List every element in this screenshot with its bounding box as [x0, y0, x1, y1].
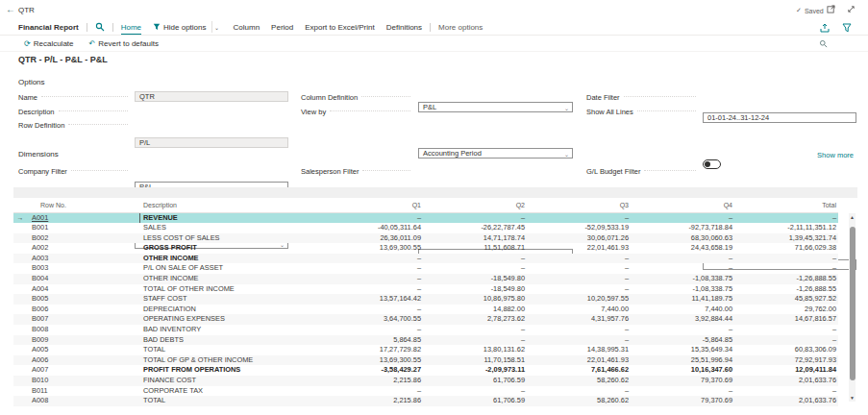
value-cell-total[interactable]: 14,67,816.57 — [734, 314, 838, 325]
table-row[interactable]: B003P/L ON SALE OF ASSET––––– — [13, 263, 838, 274]
menu-item-column[interactable]: Column — [234, 23, 260, 32]
value-cell-total[interactable]: 45,85,927.52 — [734, 294, 838, 305]
value-cell-q4[interactable]: -5,864.85 — [631, 335, 734, 346]
col-header-q3[interactable]: Q3 — [527, 198, 631, 212]
value-cell-total[interactable]: 12,09,411.84 — [734, 365, 838, 376]
value-cell-q1[interactable]: 5,864.85 — [340, 335, 423, 346]
value-cell-q3[interactable]: 4,31,957.76 — [527, 314, 631, 325]
value-cell-total[interactable]: 71,66,029.38 — [734, 243, 838, 254]
col-header-row-no[interactable]: Row No. — [27, 198, 139, 212]
table-row[interactable]: B011CORPORATE TAX––––– — [13, 386, 838, 397]
back-arrow-icon[interactable]: ← — [6, 4, 15, 14]
value-cell-q4[interactable]: – — [631, 325, 734, 335]
value-cell-q2[interactable]: 14,71,178.74 — [423, 233, 527, 244]
table-row[interactable]: B005STAFF COST13,57,164.4210,86,975.8010… — [13, 294, 838, 305]
value-cell-q3[interactable]: 22,01,461.93 — [527, 243, 631, 254]
value-cell-q3[interactable]: 30,06,071.26 — [527, 233, 631, 244]
menu-item-hide-options[interactable]: Hide options ⌄ — [153, 21, 221, 33]
value-cell-q2[interactable]: – — [423, 325, 527, 335]
revert-to-defaults-button[interactable]: ↶ Revert to defaults — [89, 39, 159, 48]
value-cell-q2[interactable]: -2,09,973.11 — [423, 365, 527, 376]
value-cell-q1[interactable]: 13,57,164.42 — [340, 294, 423, 305]
description-cell[interactable]: BAD INVENTORY — [139, 325, 340, 335]
table-row[interactable]: A005TOTAL17,27,729.8213,80,131.6214,38,9… — [13, 345, 838, 355]
table-row[interactable]: B004OTHER INCOME–-18,549.80–-1,08,338.75… — [13, 274, 838, 284]
value-cell-q1[interactable]: 26,36,011.09 — [340, 233, 423, 244]
row-no-cell[interactable]: B006 — [27, 305, 139, 315]
value-cell-q4[interactable]: -1,08,338.75 — [631, 274, 734, 284]
table-row[interactable]: A006TOTAL OF GP & OTHER INCOME13,69,300.… — [13, 355, 838, 366]
value-cell-q3[interactable]: – — [527, 325, 631, 335]
row-no-cell[interactable]: B009 — [27, 335, 139, 346]
value-cell-q1[interactable]: 17,27,729.82 — [340, 345, 423, 355]
row-no-cell[interactable]: A006 — [27, 355, 139, 366]
chevron-down-icon[interactable]: ⌄ — [564, 151, 569, 158]
tab-home[interactable]: Home — [121, 23, 141, 32]
col-header-q2[interactable]: Q2 — [423, 198, 527, 212]
row-no-cell[interactable]: A008 — [27, 396, 139, 406]
table-row[interactable]: A004TOTAL OF OTHER INCOME–-18,549.80–-1,… — [13, 284, 838, 295]
col-header-q4[interactable]: Q4 — [631, 198, 734, 212]
value-cell-q4[interactable]: – — [631, 212, 734, 223]
value-cell-total[interactable]: 2,01,633.76 — [734, 396, 838, 406]
description-cell[interactable]: SALES — [139, 223, 340, 233]
value-cell-q3[interactable]: – — [527, 386, 631, 397]
value-cell-q3[interactable]: 22,01,461.93 — [527, 355, 631, 366]
row-no-cell[interactable]: B008 — [27, 325, 139, 335]
value-cell-q1[interactable]: -40,05,311.64 — [340, 223, 423, 233]
row-no-cell[interactable]: A004 — [27, 284, 139, 295]
description-cell[interactable]: FINANCE COST — [139, 376, 340, 386]
value-cell-q2[interactable]: -18,549.80 — [423, 284, 527, 295]
value-cell-q2[interactable]: 13,80,131.62 — [423, 345, 527, 355]
show-all-lines-toggle[interactable] — [703, 159, 721, 169]
value-cell-total[interactable]: 1,39,45,321.74 — [734, 233, 838, 244]
value-cell-q3[interactable]: 7,61,466.62 — [527, 365, 631, 376]
row-no-cell[interactable]: B011 — [27, 386, 139, 397]
value-cell-q4[interactable]: 79,370.69 — [631, 376, 734, 386]
row-no-cell[interactable]: A007 — [27, 365, 139, 376]
col-header-total[interactable]: Total — [734, 198, 838, 212]
description-cell[interactable]: GROSS PROFIT — [139, 243, 340, 254]
value-cell-q4[interactable]: – — [631, 254, 734, 264]
row-no-cell[interactable]: B007 — [27, 314, 139, 325]
value-cell-q2[interactable]: – — [423, 335, 527, 346]
row-no-cell[interactable]: A001 — [27, 212, 139, 223]
share-icon[interactable] — [820, 23, 830, 33]
value-cell-total[interactable]: -1,26,888.55 — [734, 284, 838, 295]
value-cell-q3[interactable]: 14,38,995.31 — [527, 345, 631, 355]
value-cell-q4[interactable]: 7,440.00 — [631, 305, 734, 315]
value-cell-q3[interactable]: -52,09,533.19 — [527, 223, 631, 233]
value-cell-total[interactable]: 2,01,633.76 — [734, 376, 838, 386]
value-cell-total[interactable]: -2,11,11,351.12 — [734, 223, 838, 233]
value-cell-total[interactable]: -1,26,888.55 — [734, 274, 838, 284]
description-cell[interactable]: OTHER INCOME — [139, 254, 340, 264]
menu-item-export[interactable]: Export to Excel/Print — [305, 23, 374, 32]
description-cell[interactable]: DEPRECIATION — [139, 305, 340, 315]
description-cell[interactable]: TOTAL OF OTHER INCOME — [139, 284, 340, 295]
value-cell-q1[interactable]: – — [340, 263, 423, 274]
description-cell[interactable]: PROFIT FROM OPERATIONS — [139, 365, 340, 376]
description-cell[interactable]: P/L ON SALE OF ASSET — [139, 263, 340, 274]
table-row[interactable]: B002LESS COST OF SALES26,36,011.0914,71,… — [13, 233, 838, 244]
scroll-down-icon[interactable]: ▼ — [849, 394, 856, 402]
filter-pane-icon[interactable] — [842, 23, 852, 33]
value-cell-q2[interactable]: 61,706.59 — [423, 376, 527, 386]
value-cell-q1[interactable]: 13,69,300.55 — [340, 355, 423, 366]
value-cell-q2[interactable]: – — [423, 254, 527, 264]
value-cell-total[interactable]: – — [734, 254, 838, 264]
table-row[interactable]: B006DEPRECIATION–14,882.007,440.007,440.… — [13, 305, 838, 315]
description-cell[interactable]: CORPORATE TAX — [139, 386, 340, 397]
value-cell-q4[interactable]: 10,16,347.60 — [631, 365, 734, 376]
value-cell-total[interactable]: – — [734, 263, 838, 274]
value-cell-q3[interactable]: – — [527, 335, 631, 346]
value-cell-q4[interactable]: 25,51,996.94 — [631, 355, 734, 366]
value-cell-total[interactable]: – — [734, 386, 838, 397]
value-cell-q4[interactable]: -92,73,718.84 — [631, 223, 734, 233]
menu-item-period[interactable]: Period — [271, 23, 293, 32]
value-cell-q2[interactable]: – — [423, 212, 527, 223]
show-more-link[interactable]: Show more — [817, 151, 854, 159]
value-cell-q1[interactable]: – — [340, 274, 423, 284]
vertical-scrollbar[interactable]: ▲ ▼ — [849, 213, 856, 402]
value-cell-q1[interactable]: – — [340, 325, 423, 335]
context-menu-label[interactable]: Financial Report — [18, 23, 79, 32]
